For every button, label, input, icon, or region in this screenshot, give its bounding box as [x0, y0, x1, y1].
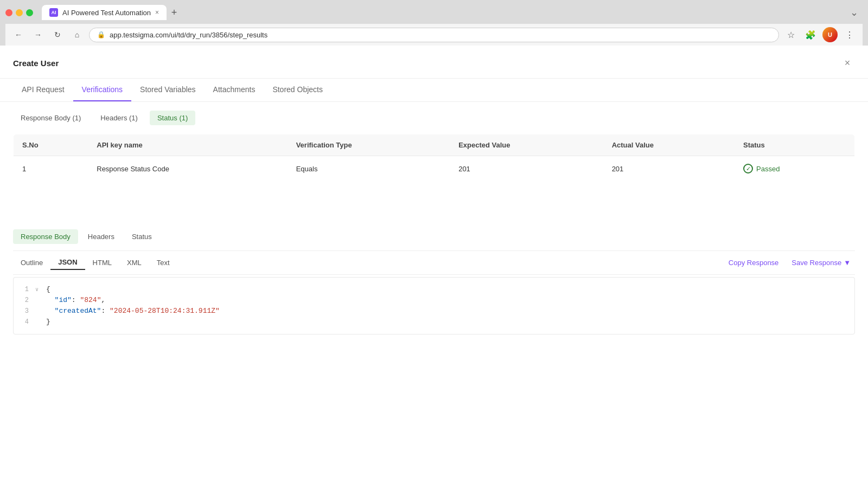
table-row: 1 Response Status Code Equals 201 201 ✓ …: [14, 156, 855, 182]
resp-tab-response-body[interactable]: Response Body: [13, 229, 78, 244]
tab-api-request[interactable]: API Request: [13, 79, 73, 101]
line-num-4: 4: [14, 318, 35, 326]
cell-status: ✓ Passed: [735, 156, 855, 182]
panel-header: Create User ×: [0, 46, 868, 79]
code-line-3: 3 "createdAt": "2024-05-28T10:24:31.911Z…: [14, 306, 854, 317]
verification-sub-tabs: Response Body (1) Headers (1) Status (1): [0, 102, 868, 125]
col-expected-value: Expected Value: [450, 134, 603, 156]
code-content-4: }: [44, 318, 854, 326]
code-area: 1 ∨ { 2 "id": "824", 3: [13, 277, 855, 334]
browser-actions: ☆ 🧩 U ⋮: [783, 27, 857, 42]
cell-api-key-name: Response Status Code: [88, 156, 287, 182]
minimize-traffic-light[interactable]: [16, 9, 23, 16]
col-verification-type: Verification Type: [288, 134, 450, 156]
line-num-1: 1: [14, 286, 35, 293]
cell-sno: 1: [14, 156, 88, 182]
code-line-1: 1 ∨ {: [14, 284, 854, 295]
line-num-3: 3: [14, 307, 35, 315]
save-response-label: Save Response: [792, 259, 841, 267]
line-num-2: 2: [14, 297, 35, 304]
status-text: Passed: [756, 165, 780, 173]
extensions-button[interactable]: 🧩: [803, 27, 818, 42]
fmt-tab-text[interactable]: Text: [149, 256, 177, 269]
code-line-4: 4 }: [14, 317, 854, 327]
line-toggle-1[interactable]: ∨: [35, 286, 44, 293]
fmt-tab-outline[interactable]: Outline: [13, 256, 50, 269]
verification-table: S.No API key name Verification Type Expe…: [13, 134, 855, 182]
format-row: Outline JSON HTML XML Text Copy Response…: [13, 251, 855, 275]
panel-title: Create User: [13, 59, 59, 75]
bookmark-button[interactable]: ☆: [783, 27, 799, 42]
bottom-section: Response Body Headers Status Outline JSO…: [0, 223, 868, 348]
verification-table-section: S.No API key name Verification Type Expe…: [0, 125, 868, 190]
tab-attachments[interactable]: Attachments: [205, 79, 264, 101]
browser-tabs: AI AI Powered Test Automation × +: [42, 5, 841, 20]
code-content-1: {: [44, 285, 854, 293]
resp-tab-headers[interactable]: Headers: [80, 229, 122, 244]
tab-stored-variables[interactable]: Stored Variables: [131, 79, 204, 101]
new-tab-button[interactable]: +: [167, 5, 182, 20]
status-passed-badge: ✓ Passed: [743, 164, 846, 173]
save-response-button[interactable]: Save Response ▼: [787, 256, 855, 269]
sub-tab-headers[interactable]: Headers (1): [93, 111, 145, 125]
response-tabs: Response Body Headers Status: [13, 223, 855, 251]
fmt-tab-xml[interactable]: XML: [119, 256, 149, 269]
format-tabs: Outline JSON HTML XML Text: [13, 255, 724, 270]
tab-favicon: AI: [49, 8, 58, 17]
reload-button[interactable]: ↻: [50, 27, 65, 42]
code-line-2: 2 "id": "824",: [14, 295, 854, 306]
col-actual-value: Actual Value: [603, 134, 735, 156]
forward-button[interactable]: →: [30, 27, 46, 42]
panel-close-button[interactable]: ×: [840, 55, 855, 70]
lock-icon: 🔒: [97, 31, 105, 38]
tab-close-button[interactable]: ×: [155, 9, 159, 16]
fmt-tab-json[interactable]: JSON: [50, 255, 85, 270]
col-sno: S.No: [14, 134, 88, 156]
panel: Create User × API Request Verifications …: [0, 46, 868, 348]
main-tabs-nav: API Request Verifications Stored Variabl…: [0, 79, 868, 102]
url-display: app.testsigma.com/ui/td/dry_run/3856/ste…: [110, 31, 771, 39]
code-content-3: "createdAt": "2024-05-28T10:24:31.911Z": [44, 307, 854, 315]
tab-title: AI Powered Test Automation: [62, 9, 151, 17]
address-bar[interactable]: 🔒 app.testsigma.com/ui/td/dry_run/3856/s…: [89, 28, 779, 42]
col-api-key-name: API key name: [88, 134, 287, 156]
tab-stored-objects[interactable]: Stored Objects: [264, 79, 331, 101]
traffic-lights: [5, 9, 33, 16]
maximize-traffic-light[interactable]: [26, 9, 33, 16]
browser-toolbar: ← → ↻ ⌂ 🔒 app.testsigma.com/ui/td/dry_ru…: [5, 24, 863, 46]
main-content: Create User × API Request Verifications …: [0, 46, 868, 489]
spacer: [0, 190, 868, 223]
code-content-2: "id": "824",: [44, 296, 854, 304]
back-button[interactable]: ←: [11, 27, 26, 42]
col-status: Status: [735, 134, 855, 156]
copy-response-button[interactable]: Copy Response: [724, 256, 783, 269]
cell-actual-value: 201: [603, 156, 735, 182]
profile-avatar[interactable]: U: [822, 27, 838, 42]
sub-tab-response-body[interactable]: Response Body (1): [13, 111, 88, 125]
close-traffic-light[interactable]: [5, 9, 12, 16]
check-icon: ✓: [743, 164, 753, 173]
resp-tab-status[interactable]: Status: [124, 229, 159, 244]
format-actions: Copy Response Save Response ▼: [724, 256, 855, 269]
active-tab[interactable]: AI AI Powered Test Automation ×: [42, 5, 167, 20]
more-button[interactable]: ⋮: [842, 27, 857, 42]
fmt-tab-html[interactable]: HTML: [85, 256, 119, 269]
cell-expected-value: 201: [450, 156, 603, 182]
browser-chrome: AI AI Powered Test Automation × + ⌄ ← → …: [0, 0, 868, 46]
cell-verification-type: Equals: [288, 156, 450, 182]
browser-titlebar: AI AI Powered Test Automation × + ⌄: [5, 4, 863, 21]
sub-tab-status[interactable]: Status (1): [150, 111, 195, 125]
table-header-row: S.No API key name Verification Type Expe…: [14, 134, 855, 156]
save-response-arrow: ▼: [844, 259, 851, 267]
window-more-button[interactable]: ⌄: [846, 4, 863, 21]
home-button[interactable]: ⌂: [69, 27, 85, 42]
tab-verifications[interactable]: Verifications: [73, 79, 131, 101]
